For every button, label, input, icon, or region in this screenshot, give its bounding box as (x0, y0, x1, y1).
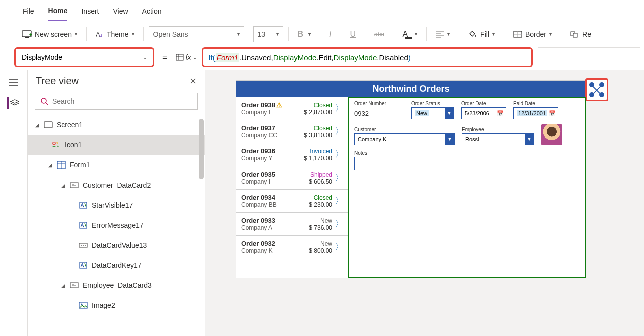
order-row[interactable]: Order 0934 Company BB Closed $ 230.00 〉 (236, 190, 348, 213)
tree-view-button[interactable] (7, 97, 19, 109)
menu-view[interactable]: View (113, 2, 128, 20)
separator (143, 27, 144, 41)
border-label: Border (525, 30, 546, 38)
font-size-select[interactable]: 13 ▾ (253, 26, 283, 42)
order-company: Company F (241, 109, 304, 116)
tree-item-image2[interactable]: Image2 (28, 295, 205, 315)
separator (561, 27, 561, 41)
svg-line-32 (85, 203, 86, 207)
customer-value: Company K (358, 136, 386, 142)
tree-label: StarVisible17 (92, 201, 133, 209)
new-screen-button[interactable]: + New screen ▾ (18, 28, 81, 40)
formula-token: Form1 (216, 53, 239, 62)
tree-item-datacardkey[interactable]: DataCardKey17 (28, 255, 205, 275)
group-icon: + (52, 140, 61, 149)
tree-item-starvisible[interactable]: StarVisible17 (28, 195, 205, 215)
caret-icon: ◢ (61, 283, 66, 288)
toolbar: + New screen ▾ Aa Theme ▾ Open Sans ▾ 13… (0, 22, 644, 46)
field-label: Notes (354, 150, 580, 156)
underline-button[interactable]: U (346, 28, 360, 41)
font-select[interactable]: Open Sans ▾ (149, 26, 244, 42)
caret-icon: ◢ (35, 122, 40, 128)
fx-button[interactable]: fx ⌄ (176, 53, 197, 61)
menu-home[interactable]: Home (48, 2, 68, 21)
customer-dropdown[interactable]: Company K ▼ (354, 133, 455, 145)
formula-token: .Disabled (377, 53, 408, 62)
order-amount: $ 606.50 (309, 178, 332, 185)
tree-search[interactable] (35, 93, 198, 110)
order-status-dropdown[interactable]: New ▼ (411, 107, 454, 119)
order-number-value: 0932 (354, 107, 404, 119)
tree-label: Icon1 (65, 141, 82, 149)
order-id: Order 0932 (241, 240, 309, 247)
order-row[interactable]: Order 0936 Company Y Invoiced $ 1,170.00… (236, 143, 348, 166)
order-row[interactable]: Order 0935 Company I Shipped $ 606.50 〉 (236, 166, 348, 190)
tree-item-icon1[interactable]: + Icon1 (28, 135, 205, 155)
svg-text:+: + (29, 32, 32, 37)
fill-button[interactable]: Fill ▾ (464, 28, 499, 41)
chevron-right-icon: 〉 (335, 103, 343, 114)
canvas[interactable]: Northwind Orders Order 0938⚠ Company F C… (205, 70, 644, 336)
strike-button[interactable]: abc (370, 29, 388, 40)
menu-insert[interactable]: Insert (81, 2, 99, 20)
reorder-button[interactable]: Re (566, 28, 595, 40)
menu-action[interactable]: Action (142, 2, 162, 20)
notes-input[interactable] (354, 157, 580, 170)
fill-icon (468, 30, 477, 39)
theme-icon: Aa (96, 30, 104, 38)
calendar-icon: 📅 (548, 108, 557, 119)
tree-item-form1[interactable]: ◢ Form1 (28, 155, 205, 175)
formula-extend[interactable] (538, 47, 640, 67)
employee-dropdown[interactable]: Rossi ▼ (462, 133, 534, 145)
order-row[interactable]: Order 0938⚠ Company F Closed $ 2,870.00 … (236, 97, 348, 120)
hamburger-button[interactable] (8, 76, 20, 88)
order-status: Shipped (309, 171, 332, 178)
screen-icon (44, 120, 53, 129)
tree-item-datacardvalue[interactable]: DataCardValue13 (28, 235, 205, 255)
align-button[interactable]: ▾ (432, 29, 454, 40)
theme-button[interactable]: Aa Theme ▾ (92, 28, 138, 40)
field-label: Order Date (461, 101, 506, 106)
bold-button[interactable]: B▾ (294, 28, 315, 41)
formula-bar: DisplayMode ⌄ = fx ⌄ If( Form1 .Unsaved,… (0, 46, 644, 70)
svg-point-45 (81, 304, 83, 305)
hamburger-icon (9, 79, 18, 86)
scrollbar[interactable] (199, 119, 204, 179)
selected-icon-control[interactable] (585, 78, 608, 101)
search-input[interactable] (52, 97, 192, 105)
paid-date-picker[interactable]: 12/31/2001 📅 (513, 107, 558, 119)
menu-file[interactable]: File (23, 2, 34, 20)
svg-text:a: a (99, 32, 102, 38)
separator (341, 27, 341, 41)
tree-item-customer-datacard[interactable]: ◢ Customer_DataCard2 (28, 175, 205, 195)
order-date-picker[interactable]: 5/23/2006 📅 (461, 107, 506, 119)
order-id: Order 0938⚠ (241, 101, 304, 109)
close-button[interactable]: ✕ (189, 76, 197, 87)
equals-sign: = (162, 52, 168, 63)
chevron-down-icon: ▼ (445, 134, 454, 145)
order-gallery[interactable]: Order 0938⚠ Company F Closed $ 2,870.00 … (236, 97, 349, 278)
formula-token: DisplayMode (273, 53, 317, 62)
border-button[interactable]: Border ▾ (509, 28, 556, 40)
order-row[interactable]: Order 0937 Company CC Closed $ 3,810.00 … (236, 120, 348, 143)
italic-button[interactable]: I (325, 28, 335, 41)
order-id: Order 0936 (241, 147, 304, 155)
tree-item-errormessage[interactable]: ErrorMessage17 (28, 215, 205, 235)
tree-label: DataCardValue13 (92, 241, 147, 249)
order-row[interactable]: Order 0932 Company K New $ 800.00 〉 (236, 236, 348, 258)
svg-line-40 (85, 263, 86, 267)
chevron-right-icon: 〉 (335, 149, 343, 160)
property-name: DisplayMode (22, 53, 62, 61)
property-dropdown[interactable]: DisplayMode ⌄ (14, 47, 154, 67)
formula-input[interactable]: If( Form1 .Unsaved, DisplayMode .Edit, D… (202, 47, 533, 67)
tree-item-employee-datacard[interactable]: ◢ Employee_DataCard3 (28, 275, 205, 295)
order-company: Company CC (241, 132, 304, 139)
order-status: Invoiced (304, 148, 332, 155)
separator (459, 27, 459, 41)
order-row[interactable]: Order 0933 Company A New $ 736.00 〉 (236, 213, 348, 236)
font-color-button[interactable]: A ▾ (398, 27, 421, 41)
svg-text:+: + (57, 144, 59, 149)
formula-token: .Edit, (316, 53, 333, 62)
tree-label: Image2 (92, 301, 115, 309)
tree-item-screen1[interactable]: ◢ Screen1 (28, 115, 205, 135)
